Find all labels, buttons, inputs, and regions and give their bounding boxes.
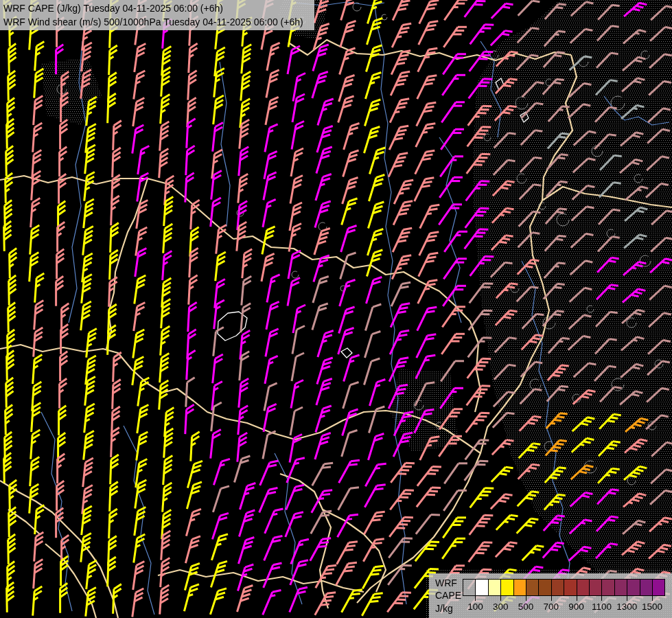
legend-label-parameter: CAPE: [435, 590, 461, 601]
legend-swatch: [526, 579, 539, 596]
legend-tick-mark: [551, 596, 552, 601]
legend-swatch: [551, 579, 564, 596]
legend-label-model: WRF: [435, 577, 457, 588]
title-line-cape: WRF CAPE (J/kg) Tuesday 04-11-2025 06:00…: [3, 1, 310, 15]
legend-tick-label: 1500: [642, 602, 662, 612]
legend-tick-label: 700: [544, 602, 559, 612]
legend-swatch: [564, 579, 577, 596]
title-line-windshear: WRF Wind shear (m/s) 500/1000hPa Tuesday…: [3, 15, 310, 29]
legend-swatch: [614, 579, 627, 596]
legend-tick-mark: [652, 596, 653, 601]
legend-tick-label: 500: [518, 602, 534, 612]
legend-swatch: [538, 579, 551, 596]
legend-tick-mark: [500, 596, 501, 601]
legend-swatch: [652, 579, 665, 596]
legend-tick-label: 100: [467, 602, 483, 612]
legend-swatch: [488, 579, 501, 596]
legend-label-unit: J/kg: [435, 603, 453, 614]
cape-legend-panel: WRF CAPE J/kg 10030050070090011001300150…: [429, 573, 672, 618]
legend-tick-label: 1100: [592, 602, 612, 612]
legend-swatch: [577, 579, 590, 596]
wrf-weather-map-screen: WRF CAPE (J/kg) Tuesday 04-11-2025 06:00…: [0, 0, 672, 618]
legend-tick-label: 900: [568, 602, 584, 612]
legend-swatch: [463, 579, 476, 596]
title-bar: WRF CAPE (J/kg) Tuesday 04-11-2025 06:00…: [0, 0, 314, 30]
legend-swatch: [475, 579, 488, 596]
legend-tick-mark: [577, 596, 577, 601]
legend-swatch: [640, 579, 653, 596]
legend-tick-label: 300: [493, 602, 509, 612]
legend-swatch: [500, 579, 513, 596]
legend-tick-mark: [475, 596, 476, 601]
legend-tick-mark: [601, 596, 602, 601]
legend-swatch: [627, 579, 640, 596]
legend-tick-mark: [627, 596, 627, 601]
legend-swatch: [589, 579, 602, 596]
legend-swatch: [513, 579, 526, 596]
weather-map-canvas: [0, 0, 672, 618]
legend-swatch: [601, 579, 614, 596]
legend-tick-label: 1300: [616, 602, 637, 612]
legend-tick-mark: [526, 596, 526, 601]
